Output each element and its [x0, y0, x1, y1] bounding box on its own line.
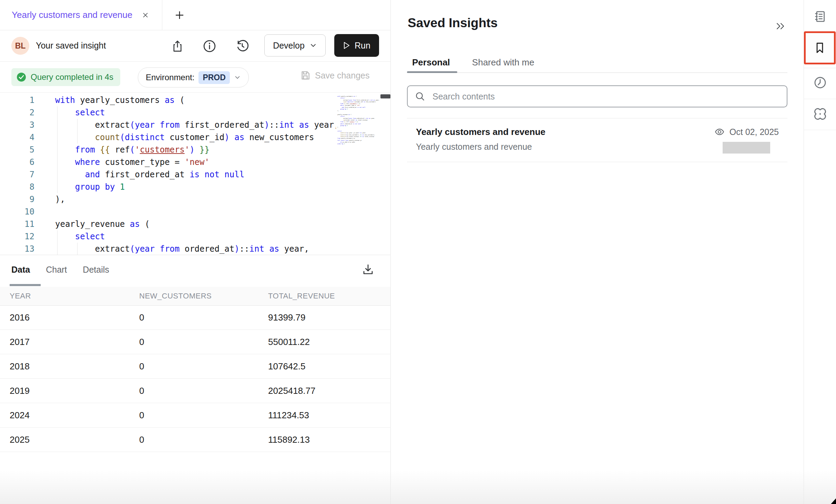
table-cell: 550011.22	[268, 337, 310, 347]
saved-insight-item[interactable]: Yearly customers and revenue Oct 02, 202…	[407, 118, 787, 162]
results-panel: Data Chart Details YEAR NEW_CUSTOMERS TO…	[0, 255, 390, 504]
plus-icon	[174, 10, 185, 20]
insight-title: Your saved insight	[36, 41, 106, 51]
code-line: order by 1	[337, 143, 390, 145]
table-row[interactable]: 20180107642.5	[0, 354, 390, 379]
save-changes-button[interactable]: Save changes	[300, 70, 369, 81]
sidebar-item-saved-insights-active[interactable]	[804, 31, 836, 64]
line-number: 12	[0, 230, 34, 243]
tab-personal[interactable]: Personal	[412, 57, 450, 68]
code-text: from {{ ref('customers') }}	[55, 144, 210, 156]
sidebar-item-notebook[interactable]	[804, 3, 836, 30]
search-input[interactable]	[432, 91, 780, 102]
chevron-down-icon	[309, 42, 317, 49]
minimap-code: with yearly_customers as ( select extrac…	[337, 95, 390, 145]
tab-title: Yearly customers and revenue	[12, 10, 132, 20]
line-number: 1	[0, 94, 34, 106]
code-text: extract(year from ordered_at)::int as ye…	[55, 243, 309, 255]
table-row[interactable]: 201902025418.77	[0, 379, 390, 403]
table-cell: 0	[139, 386, 144, 396]
notebook-icon	[813, 10, 827, 23]
share-icon[interactable]	[171, 39, 184, 53]
table-row[interactable]: 20240111234.53	[0, 403, 390, 428]
minimap[interactable]: with yearly_customers as ( select extrac…	[336, 93, 390, 255]
insights-tabs: Personal Shared with me	[412, 57, 534, 68]
tab-details[interactable]: Details	[83, 265, 109, 275]
avatar[interactable]: BL	[11, 37, 29, 55]
column-header-new-customers[interactable]: NEW_CUSTOMERS	[139, 292, 212, 301]
divider	[804, 68, 836, 68]
active-tab-underline	[407, 71, 457, 73]
line-number: 4	[0, 131, 34, 144]
search-box[interactable]	[407, 85, 787, 107]
code-text: yearly_revenue as (	[55, 218, 150, 230]
column-header-total-revenue[interactable]: TOTAL_REVENUE	[268, 292, 335, 301]
check-circle-icon	[16, 72, 27, 82]
history-icon[interactable]	[235, 39, 249, 53]
tab-track	[407, 72, 787, 73]
code-text: select	[55, 230, 105, 243]
line-number: 5	[0, 144, 34, 156]
insight-item-title: Yearly customers and revenue	[416, 127, 546, 137]
line-number: 2	[0, 106, 34, 119]
editor-pane: Yearly customers and revenue BL Your sav…	[0, 0, 391, 504]
eye-icon	[714, 127, 725, 137]
environment-label: Environment:	[146, 73, 194, 82]
line-number: 10	[0, 206, 34, 218]
tab-yearly-customers-and-revenue[interactable]: Yearly customers and revenue	[0, 0, 162, 30]
table-cell: 115892.13	[268, 434, 310, 445]
table-cell: 91399.79	[268, 312, 305, 323]
query-bar: Query completed in 4s Environment: PROD …	[0, 62, 390, 92]
results-tabs: Data Chart Details	[11, 265, 109, 275]
table-row[interactable]: 2016091399.79	[0, 305, 390, 330]
code-text: with yearly_customers as (	[55, 94, 185, 106]
table-cell: 2025418.77	[268, 386, 315, 396]
tab-bar: Yearly customers and revenue	[0, 0, 390, 30]
column-header-year[interactable]: YEAR	[10, 292, 31, 301]
history-clock-icon	[813, 76, 827, 90]
run-label: Run	[355, 41, 370, 51]
line-number: 3	[0, 119, 34, 131]
environment-selector[interactable]: Environment: PROD	[138, 67, 249, 87]
sidebar-item-dbt[interactable]	[804, 100, 836, 128]
loading-skeleton	[723, 142, 770, 154]
tab-shared-with-me[interactable]: Shared with me	[472, 57, 534, 68]
download-results-button[interactable]	[360, 262, 376, 277]
table-cell: 2019	[10, 386, 30, 396]
editor-scrollbar-handle[interactable]	[380, 94, 390, 98]
app-root: Yearly customers and revenue BL Your sav…	[0, 0, 836, 504]
double-chevron-right-icon	[774, 21, 786, 31]
table-row[interactable]: 20250115892.13	[0, 428, 390, 452]
code-text: where customer_type = 'new'	[55, 156, 210, 168]
saved-insights-panel: Saved Insights Personal Shared with me Y…	[391, 0, 804, 504]
search-icon	[415, 91, 426, 102]
run-button[interactable]: Run	[334, 34, 379, 57]
info-icon[interactable]	[203, 39, 216, 53]
table-row[interactable]: 20170550011.22	[0, 330, 390, 354]
tab-data[interactable]: Data	[11, 265, 30, 275]
table-header: YEAR NEW_CUSTOMERS TOTAL_REVENUE	[0, 287, 390, 306]
collapse-panel-button[interactable]	[773, 19, 788, 33]
chevron-down-icon	[234, 74, 241, 81]
develop-dropdown[interactable]: Develop	[264, 34, 326, 56]
table-cell: 107642.5	[268, 361, 305, 372]
save-icon	[300, 70, 311, 81]
sql-editor[interactable]: 1with yearly_customers as (2 select3 ext…	[0, 92, 390, 255]
table-cell: 2025	[10, 434, 30, 445]
panel-title: Saved Insights	[408, 16, 498, 30]
sidebar-item-history[interactable]	[804, 69, 836, 96]
table-cell: 111234.53	[268, 410, 309, 421]
insight-header: BL Your saved insight Develop	[0, 30, 390, 62]
new-tab-button[interactable]	[167, 0, 192, 30]
bookmark-icon	[813, 41, 826, 55]
tab-chart[interactable]: Chart	[46, 265, 67, 275]
line-number: 7	[0, 168, 34, 181]
active-tab-underline	[10, 284, 41, 286]
table-cell: 2017	[10, 337, 30, 347]
environment-badge: PROD	[198, 71, 230, 84]
divider	[804, 130, 836, 130]
line-number: 6	[0, 156, 34, 168]
line-number: 11	[0, 218, 34, 230]
table-cell: 0	[139, 434, 144, 445]
close-tab-icon[interactable]	[141, 11, 150, 19]
